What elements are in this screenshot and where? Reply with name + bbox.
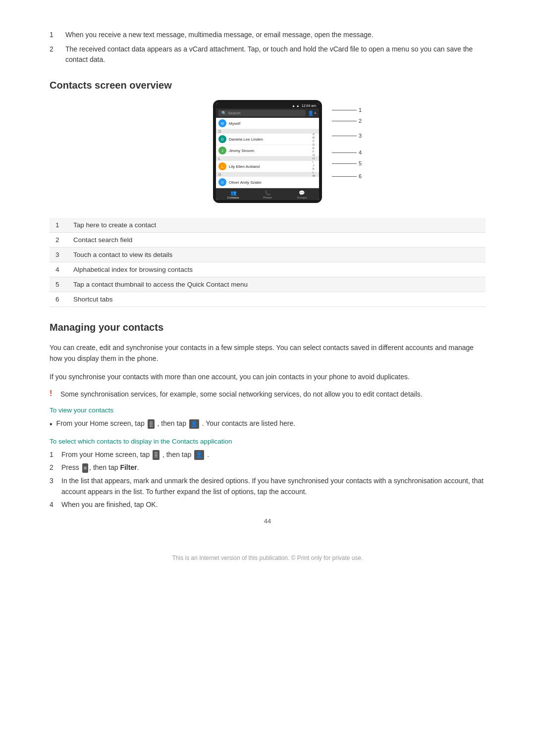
table-row-3: 3 Touch a contact to view its details — [50, 248, 485, 262]
managing-section: Managing your contacts You can create, e… — [50, 322, 485, 510]
callout-1: 1 — [332, 107, 362, 113]
step-text-2: Press ≡, then tap Filter. — [61, 462, 139, 473]
managing-para1: You can create, edit and synchronise you… — [50, 342, 485, 364]
table-num-2: 2 — [50, 233, 67, 248]
footer-copyright: This is an Internet version of this publ… — [50, 554, 485, 561]
phone-screen: ▲ ▲ 12:04 am 🔍 Search 👤+ M Myse — [216, 103, 319, 200]
contacts-icon-inline: 👤 — [189, 419, 199, 429]
table-text-2: Contact search field — [67, 233, 485, 248]
step-1: 1 From your Home screen, tap ⣿ , then ta… — [50, 449, 485, 460]
callout-2: 2 — [332, 118, 362, 124]
callout-container: 1 2 3 4 5 6 — [332, 107, 362, 179]
sub-heading-1: To view your contacts — [50, 406, 485, 414]
contact-name-daniela: Daniela Lee Linden — [229, 137, 263, 142]
note-block: ! Some synchronisation services, for exa… — [50, 389, 485, 400]
table-row-4: 4 Alphabetical index for browsing contac… — [50, 262, 485, 277]
contacts-screen-title: Contacts screen overview — [50, 80, 485, 91]
apps-icon: ⣿ — [148, 419, 155, 429]
step-num-3: 3 — [50, 475, 56, 486]
phone-search-box[interactable]: 🔍 Search — [218, 110, 306, 116]
phone-signal-icon: ▲ ▲ — [292, 104, 300, 107]
callout-table: 1 Tap here to create a contact 2 Contact… — [50, 218, 485, 307]
contacts-icon-inline-2: 👤 — [194, 450, 204, 460]
filter-bold: Filter — [120, 463, 137, 471]
step-text-3: In the list that appears, mark and unmar… — [61, 475, 485, 498]
contacts-tab-label: Contacts — [227, 196, 239, 199]
avatar-lily: L — [218, 162, 226, 170]
table-num-6: 6 — [50, 292, 67, 307]
view-contacts-step-1: From your Home screen, tap ⣿ , then tap … — [50, 418, 485, 431]
phone-search-row: 🔍 Search 👤+ — [216, 108, 319, 118]
phone-status-bar: ▲ ▲ 12:04 am — [216, 103, 319, 108]
step-text-4: When you are finished, tap OK. — [61, 499, 158, 510]
contact-row-lily[interactable]: L Lily Ellen Ackland — [216, 161, 319, 172]
intro-text-1: When you receive a new text message, mul… — [65, 30, 374, 40]
intro-num-1: 1 — [50, 30, 57, 40]
search-placeholder: Search — [228, 111, 240, 115]
select-contacts-steps: 1 From your Home screen, tap ⣿ , then ta… — [50, 449, 485, 510]
step-num-1: 1 — [50, 449, 56, 460]
table-row-1: 1 Tap here to create a contact — [50, 218, 485, 233]
avatar-jimmy: J — [218, 147, 226, 154]
table-num-4: 4 — [50, 262, 67, 277]
warning-icon: ! — [50, 389, 55, 398]
callout-3: 3 — [332, 133, 362, 139]
phone-tabs-bar: 👥 Contacts 📞 Phone 💬 Groups — [216, 188, 319, 200]
alpha-index: A B C D E F G H I J K L M — [313, 133, 315, 177]
step-3: 3 In the list that appears, mark and unm… — [50, 475, 485, 498]
note-text: Some synchronisation services, for examp… — [60, 389, 423, 400]
apps-icon-2: ⣿ — [153, 450, 160, 460]
section-letter-d: D — [216, 129, 319, 134]
managing-title: Managing your contacts — [50, 322, 485, 333]
contact-row-oliver[interactable]: O Oliver Andy Szabo — [216, 177, 319, 188]
contact-name-myself: Myself — [229, 121, 240, 126]
table-row-5: 5 Tap a contact thumbnail to access the … — [50, 277, 485, 292]
table-text-5: Tap a contact thumbnail to access the Qu… — [67, 277, 485, 292]
callout-num-1: 1 — [359, 107, 362, 113]
table-text-1: Tap here to create a contact — [67, 218, 485, 233]
view-contacts-steps: From your Home screen, tap ⣿ , then tap … — [50, 418, 485, 431]
contact-name-jimmy: Jimmy Stroom — [229, 149, 254, 153]
callout-6: 6 — [332, 173, 362, 179]
callout-num-5: 5 — [359, 160, 362, 166]
table-text-6: Shortcut tabs — [67, 292, 485, 307]
callout-5: 5 — [332, 160, 362, 166]
intro-text-2: The received contact data appears as a v… — [65, 44, 485, 65]
table-text-4: Alphabetical index for browsing contacts — [67, 262, 485, 277]
tab-groups[interactable]: 💬 Groups — [285, 189, 319, 200]
groups-tab-icon: 💬 — [299, 190, 305, 196]
phone-tab-icon: 📞 — [265, 190, 270, 196]
tab-phone[interactable]: 📞 Phone — [250, 189, 284, 200]
step-4: 4 When you are finished, tap OK. — [50, 499, 485, 510]
intro-list: 1 When you receive a new text message, m… — [50, 30, 485, 65]
table-text-3: Touch a contact to view its details — [67, 248, 485, 262]
intro-item-1: 1 When you receive a new text message, m… — [50, 30, 485, 40]
search-icon: 🔍 — [221, 111, 226, 115]
sub-heading-2: To select which contacts to display in t… — [50, 438, 485, 445]
step-num-4: 4 — [50, 499, 56, 510]
menu-icon: ≡ — [82, 463, 88, 473]
intro-num-2: 2 — [50, 44, 57, 65]
table-row-2: 2 Contact search field — [50, 233, 485, 248]
contact-row-jimmy[interactable]: J Jimmy Stroom — [216, 145, 319, 156]
avatar-oliver: O — [218, 178, 226, 186]
table-num-3: 3 — [50, 248, 67, 262]
page-number: 44 — [50, 517, 485, 525]
callout-num-6: 6 — [359, 173, 362, 179]
callout-num-4: 4 — [359, 150, 362, 155]
section-letter-o: O — [216, 172, 319, 177]
managing-para2: If you synchronise your contacts with mo… — [50, 371, 485, 382]
phone-tab-label: Phone — [263, 196, 271, 199]
tab-contacts[interactable]: 👥 Contacts — [216, 189, 250, 200]
intro-item-2: 2 The received contact data appears as a… — [50, 44, 485, 65]
callout-4: 4 — [332, 150, 362, 155]
contact-row-daniela[interactable]: D Daniela Lee Linden — [216, 134, 319, 145]
section-letter-l: L — [216, 156, 319, 161]
avatar-daniela: D — [218, 135, 226, 143]
step-num-2: 2 — [50, 462, 56, 473]
table-row-6: 6 Shortcut tabs — [50, 292, 485, 307]
add-contact-button[interactable]: 👤+ — [308, 110, 317, 116]
phone-time: 12:04 am — [302, 104, 316, 107]
contact-row-myself[interactable]: M Myself — [216, 118, 319, 129]
contact-name-oliver: Oliver Andy Szabo — [229, 180, 262, 185]
